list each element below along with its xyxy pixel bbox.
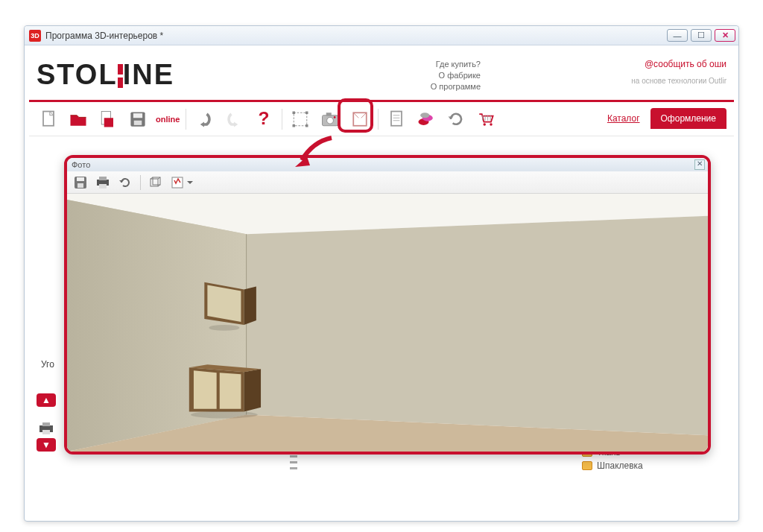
room-3d-view[interactable] xyxy=(67,194,708,452)
refresh-button[interactable] xyxy=(444,107,468,131)
svg-marker-56 xyxy=(247,216,708,436)
svg-rect-6 xyxy=(134,120,142,124)
close-button[interactable]: ✕ xyxy=(715,29,735,42)
svg-rect-41 xyxy=(77,177,84,181)
minimize-button[interactable]: — xyxy=(667,29,688,42)
svg-text:?: ? xyxy=(259,109,270,128)
online-label: online xyxy=(156,115,180,124)
svg-rect-22 xyxy=(391,111,402,125)
link-about-factory[interactable]: О фабрике xyxy=(431,70,481,81)
popup-settings-dropdown[interactable] xyxy=(171,175,193,190)
open-file-button[interactable] xyxy=(66,107,90,131)
svg-point-31 xyxy=(490,123,493,126)
right-tabs: Каталог Оформление xyxy=(597,108,726,129)
titlebar: 3D Программа 3D-интерьеров * — ☐ ✕ xyxy=(25,26,738,45)
help-button[interactable]: ? xyxy=(252,107,276,131)
svg-rect-13 xyxy=(293,124,296,127)
svg-rect-38 xyxy=(42,430,50,434)
app-icon: 3D xyxy=(29,30,41,42)
popup-refresh-button[interactable] xyxy=(118,175,133,190)
svg-marker-64 xyxy=(194,370,217,408)
tab-design[interactable]: Оформление xyxy=(650,108,726,129)
header: STOLINE Где купить? О фабрике О программ… xyxy=(29,50,734,102)
undo-button[interactable] xyxy=(192,107,216,131)
svg-marker-7 xyxy=(200,121,204,127)
collapse-down-button-1[interactable]: ▼ xyxy=(37,438,56,452)
selection-button[interactable] xyxy=(288,107,312,131)
window-title: Программа 3D-интерьеров * xyxy=(45,31,163,41)
svg-marker-8 xyxy=(234,121,238,127)
svg-rect-44 xyxy=(99,177,107,180)
printer-icon[interactable] xyxy=(38,422,54,437)
tech-note: на основе технологии Outlir xyxy=(631,77,726,85)
report-error-link[interactable]: @сообщить об оши xyxy=(645,59,726,69)
svg-marker-46 xyxy=(119,180,124,183)
svg-point-18 xyxy=(334,116,336,118)
toolbar-separator xyxy=(186,109,186,130)
price-button[interactable] xyxy=(414,107,438,131)
catalog-item-label: Шпаклевка xyxy=(597,460,643,471)
photo-popup: Фото ✕ xyxy=(64,155,711,455)
cart-button[interactable] xyxy=(474,107,498,131)
svg-rect-11 xyxy=(293,111,296,114)
callout-arrow-icon xyxy=(291,134,343,174)
svg-rect-42 xyxy=(77,183,83,188)
open-project-button[interactable] xyxy=(96,107,120,131)
camera-highlight xyxy=(338,98,373,133)
svg-marker-61 xyxy=(244,287,256,325)
svg-point-28 xyxy=(421,113,430,118)
link-where-to-buy[interactable]: Где купить? xyxy=(431,59,481,70)
tab-catalog[interactable]: Каталог xyxy=(597,108,650,129)
svg-marker-60 xyxy=(207,285,241,322)
popup-toolbar xyxy=(67,171,708,194)
popup-view3d-button[interactable] xyxy=(148,175,163,190)
popup-titlebar: Фото ✕ xyxy=(67,158,708,171)
maximize-button[interactable]: ☐ xyxy=(691,29,712,42)
toolbar-separator xyxy=(282,109,282,130)
svg-rect-16 xyxy=(326,113,332,115)
svg-rect-45 xyxy=(99,184,107,189)
svg-rect-3 xyxy=(104,118,113,127)
document-button[interactable] xyxy=(384,107,408,131)
main-toolbar: online ? xyxy=(29,102,734,136)
svg-rect-52 xyxy=(172,177,183,188)
link-about-program[interactable]: О программе xyxy=(431,81,481,92)
side-label: Уго xyxy=(41,359,54,370)
svg-marker-66 xyxy=(244,369,262,411)
svg-rect-12 xyxy=(305,111,308,114)
catalog-item[interactable]: Шпаклевка xyxy=(582,459,724,472)
save-button[interactable] xyxy=(126,107,150,131)
folder-icon xyxy=(582,461,592,470)
svg-point-30 xyxy=(484,123,487,126)
svg-marker-29 xyxy=(449,116,454,119)
popup-print-button[interactable] xyxy=(95,175,110,190)
popup-title: Фото xyxy=(72,160,90,169)
redo-button[interactable] xyxy=(222,107,246,131)
svg-point-68 xyxy=(191,411,258,419)
logo-bars-icon xyxy=(118,64,123,88)
header-links: Где купить? О фабрике О программе xyxy=(431,59,481,92)
svg-rect-37 xyxy=(42,422,50,426)
online-button[interactable]: online xyxy=(156,107,180,131)
toolbar-separator xyxy=(378,109,379,130)
logo-part-2: INE xyxy=(123,59,174,90)
svg-rect-14 xyxy=(305,124,308,127)
popup-save-button[interactable] xyxy=(73,175,88,190)
popup-close-button[interactable]: ✕ xyxy=(694,159,705,170)
svg-marker-65 xyxy=(220,373,241,408)
logo: STOLINE xyxy=(37,59,174,91)
new-file-button[interactable] xyxy=(37,107,60,131)
chevron-down-icon xyxy=(187,181,193,187)
svg-point-17 xyxy=(327,117,334,124)
svg-rect-10 xyxy=(294,113,308,126)
svg-point-62 xyxy=(209,325,239,331)
svg-rect-5 xyxy=(133,113,142,118)
collapse-up-button[interactable]: ▲ xyxy=(37,393,56,407)
logo-part-1: STOL xyxy=(37,59,118,90)
